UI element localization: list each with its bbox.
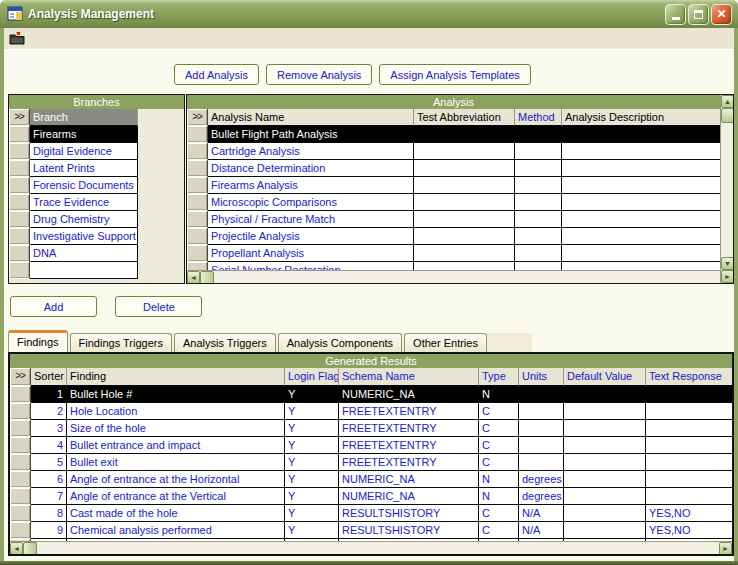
gr-login-flag-cell[interactable]: Y [285,403,339,420]
gr-default-value-cell[interactable] [564,505,646,522]
test-abbreviation-cell[interactable] [414,194,515,211]
analysis-row[interactable]: Propellant Analysis [187,245,720,262]
test-abbreviation-cell[interactable] [414,245,515,262]
tab-findings[interactable]: Findings [8,330,68,352]
row-selector[interactable] [9,211,30,228]
row-selector[interactable] [187,177,208,194]
analysis-vscroll-up-icon[interactable]: ▲ [721,95,734,108]
branch-row[interactable]: Forensic Documents [9,177,184,194]
analysis-partial-row[interactable]: Serial Number Restoration [187,262,720,270]
gr-sorter-cell[interactable]: 3 [31,420,67,437]
branch-cell[interactable]: Investigative Support [30,228,138,245]
gr-row[interactable]: 2Hole LocationYFREETEXTENTRYC [10,403,732,420]
row-selector[interactable] [187,194,208,211]
analysis-row[interactable]: Microscopic Comparisons [187,194,720,211]
gr-column-header[interactable]: Type [479,368,519,386]
analysis-description-cell[interactable] [562,245,720,262]
gr-row[interactable]: 8Cast made of the holeYRESULTSHISTORYCN/… [10,505,732,522]
row-selector[interactable] [9,262,30,279]
analysis-column-header[interactable]: Analysis Name [208,109,414,126]
method-cell[interactable] [515,228,562,245]
analysis-description-cell[interactable] [562,177,720,194]
row-selector[interactable] [9,245,30,262]
gr-text-response-cell[interactable]: YES,NO [646,522,732,539]
gr-default-value-cell[interactable] [564,522,646,539]
gr-column-header[interactable]: Text Response [646,368,732,386]
analysis-description-cell[interactable] [562,194,720,211]
analysis-column-header[interactable]: Test Abbreviation [414,109,515,126]
branch-cell[interactable]: DNA [30,245,138,262]
row-selector[interactable] [187,126,208,143]
gr-schema-name-cell[interactable]: FREETEXTENTRY [339,437,479,454]
row-selector[interactable] [10,420,31,437]
analysis-description-cell[interactable] [562,211,720,228]
analysis-description-cell[interactable] [562,228,720,245]
gr-text-response-cell[interactable] [646,403,732,420]
gr-sorter-cell[interactable]: 4 [31,437,67,454]
test-abbreviation-cell[interactable] [414,143,515,160]
delete-button[interactable]: Delete [115,296,202,317]
analysis-vscrollbar[interactable]: ▲ ▼ ► [720,95,733,283]
gr-sorter-cell[interactable]: 9 [31,522,67,539]
gr-sorter-cell[interactable]: 2 [31,403,67,420]
method-cell[interactable] [515,126,562,143]
gr-finding-cell[interactable]: Chemical analysis performed [67,522,285,539]
analysis-vscroll-track[interactable] [721,123,733,257]
gr-type-cell[interactable]: C [479,437,519,454]
analysis-row[interactable]: Projectile Analysis [187,228,720,245]
branch-row[interactable]: Latent Prints [9,160,184,177]
analysis-hscroll-left-icon[interactable]: ◄ [187,271,200,284]
gr-default-value-cell[interactable] [564,403,646,420]
gr-login-flag-cell[interactable]: Y [285,488,339,505]
analysis-name-cell[interactable]: Distance Determination [208,160,414,177]
analysis-hscroll-track[interactable] [214,271,720,283]
row-selector[interactable] [10,522,31,539]
add-button[interactable]: Add [10,296,97,317]
analysis-name-cell[interactable]: Projectile Analysis [208,228,414,245]
gr-text-response-cell[interactable] [646,437,732,454]
gr-text-response-cell[interactable]: YES,NO [646,505,732,522]
row-selector[interactable] [187,245,208,262]
gr-units-cell[interactable] [519,420,564,437]
gr-type-cell[interactable]: C [479,522,519,539]
gr-units-cell[interactable]: degrees [519,471,564,488]
gr-sorter-cell[interactable]: 1 [31,386,67,403]
analysis-description-cell[interactable] [562,143,720,160]
row-selector[interactable] [187,211,208,228]
remove-analysis-button[interactable]: Remove Analysis [266,64,372,85]
gr-text-response-cell[interactable] [646,420,732,437]
analysis-name-cell[interactable]: Microscopic Comparisons [208,194,414,211]
gr-finding-cell[interactable]: Hole Location [67,403,285,420]
gr-schema-name-cell[interactable]: RESULTSHISTORY [339,505,479,522]
analysis-description-cell[interactable] [562,126,720,143]
gr-row[interactable]: 7Angle of entrance at the VerticalYNUMER… [10,488,732,505]
gr-units-cell[interactable]: N/A [519,522,564,539]
analysis-vscroll-down-icon[interactable]: ▼ [721,257,734,270]
analysis-name-cell[interactable]: Cartridge Analysis [208,143,414,160]
analysis-hscrollbar[interactable]: ◄ [187,270,720,283]
analysis-name-cell[interactable]: Propellant Analysis [208,245,414,262]
row-selector[interactable] [10,403,31,420]
analysis-row[interactable]: Bullet Flight Path Analysis [187,126,720,143]
analysis-vscroll-thumb[interactable] [721,108,734,123]
row-selector[interactable] [10,386,31,403]
analysis-name-cell[interactable]: Bullet Flight Path Analysis [208,126,414,143]
gr-default-value-cell[interactable] [564,437,646,454]
gr-schema-name-cell[interactable]: NUMERIC_NA [339,471,479,488]
gr-column-header[interactable]: Login Flag [285,368,339,386]
gr-type-cell[interactable]: N [479,471,519,488]
row-selector[interactable] [10,505,31,522]
gr-login-flag-cell[interactable]: Y [285,471,339,488]
method-cell[interactable] [515,160,562,177]
tab-findings-triggers[interactable]: Findings Triggers [70,333,172,352]
gr-row[interactable]: 6Angle of entrance at the HorizontalYNUM… [10,471,732,488]
gr-schema-name-cell[interactable]: FREETEXTENTRY [339,420,479,437]
branch-cell[interactable]: Trace Evidence [30,194,138,211]
gr-units-cell[interactable] [519,403,564,420]
method-cell[interactable] [515,143,562,160]
row-selector[interactable] [10,437,31,454]
gr-hscroll-thumb[interactable] [23,542,37,555]
gr-sorter-cell[interactable]: 8 [31,505,67,522]
gr-finding-cell[interactable]: Bullet Hole # [67,386,285,403]
gr-text-response-cell[interactable] [646,454,732,471]
